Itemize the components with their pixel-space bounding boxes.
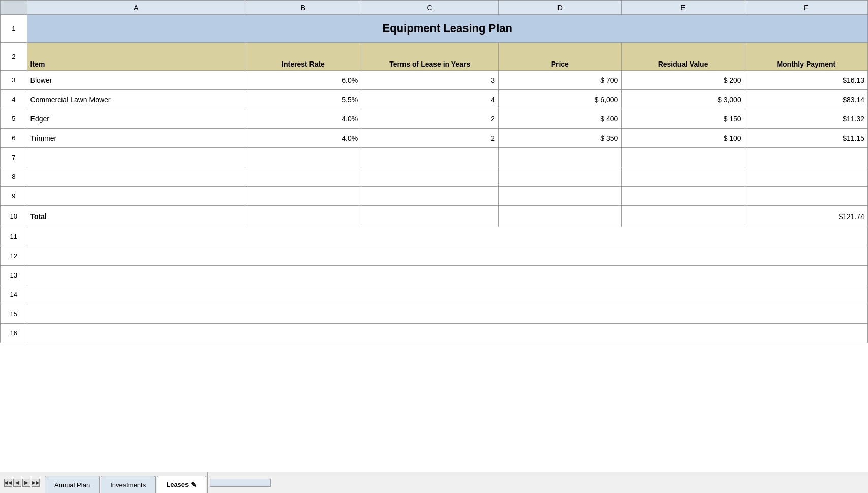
residual-trimmer[interactable]: $ 100 [622,129,745,148]
sheet-tabs: Annual Plan Investments Leases ✎ [45,472,207,493]
item-edger[interactable]: Edger [27,109,245,129]
terms-edger[interactable]: 2 [361,109,499,129]
residual-edger[interactable]: $ 150 [622,109,745,129]
cell-8a[interactable] [27,167,245,187]
row-num-8: 8 [1,167,27,187]
table-row: 3 Blower 6.0% 3 $ 700 $ 200 $16.13 [1,71,868,90]
tab-nav-first[interactable]: ◀◀ [4,479,12,487]
table-row: 14 [1,285,868,304]
row-num-15: 15 [1,304,27,324]
cell-14[interactable] [27,285,867,304]
tab-leases[interactable]: Leases ✎ [157,476,206,493]
item-trimmer[interactable]: Trimmer [27,129,245,148]
tab-leases-label: Leases [166,481,189,488]
cell-10b[interactable] [245,206,361,227]
table-row: 16 [1,324,868,343]
payment-mower[interactable]: $83.14 [745,90,867,109]
cell-9c[interactable] [361,187,499,206]
price-edger[interactable]: $ 400 [499,109,622,129]
tab-investments[interactable]: Investments [101,476,156,493]
cell-9a[interactable] [27,187,245,206]
residual-blower[interactable]: $ 200 [622,71,745,90]
cell-8d[interactable] [499,167,622,187]
cell-11[interactable] [27,227,867,246]
header-rate[interactable]: Interest Rate [245,43,361,71]
cell-8e[interactable] [622,167,745,187]
payment-blower[interactable]: $16.13 [745,71,867,90]
rate-mower[interactable]: 5.5% [245,90,361,109]
col-header-d[interactable]: D [499,1,622,15]
cell-8c[interactable] [361,167,499,187]
price-trimmer[interactable]: $ 350 [499,129,622,148]
col-header-b[interactable]: B [245,1,361,15]
row-num-6: 6 [1,129,27,148]
cell-13[interactable] [27,266,867,285]
item-mower[interactable]: Commercial Lawn Mower [27,90,245,109]
cell-12[interactable] [27,246,867,266]
terms-trimmer[interactable]: 2 [361,129,499,148]
header-item[interactable]: Item [27,43,245,71]
table-row: 12 [1,246,868,266]
cell-7e[interactable] [622,148,745,167]
cell-7b[interactable] [245,148,361,167]
table-row: 7 [1,148,868,167]
row-num-12: 12 [1,246,27,266]
rate-blower[interactable]: 6.0% [245,71,361,90]
tab-annual-plan[interactable]: Annual Plan [45,476,100,493]
total-label[interactable]: Total [27,206,245,227]
row-num-11: 11 [1,227,27,246]
cell-9b[interactable] [245,187,361,206]
table-row: 5 Edger 4.0% 2 $ 400 $ 150 $11.32 [1,109,868,129]
tab-nav-last[interactable]: ▶▶ [32,479,40,487]
header-price[interactable]: Price [499,43,622,71]
cell-7f[interactable] [745,148,867,167]
tab-investments-label: Investments [110,481,146,489]
price-blower[interactable]: $ 700 [499,71,622,90]
terms-mower[interactable]: 4 [361,90,499,109]
table-row: 6 Trimmer 4.0% 2 $ 350 $ 100 $11.15 [1,129,868,148]
cell-15[interactable] [27,304,867,324]
price-mower[interactable]: $ 6,000 [499,90,622,109]
payment-trimmer[interactable]: $11.15 [745,129,867,148]
table-row: 15 [1,304,868,324]
row-num-1: 1 [1,15,27,43]
cell-10d[interactable] [499,206,622,227]
col-header-e[interactable]: E [622,1,745,15]
cell-7a[interactable] [27,148,245,167]
tab-bar: ◀◀ ◀ ▶ ▶▶ Annual Plan Investments Leases… [0,472,868,493]
terms-blower[interactable]: 3 [361,71,499,90]
cell-9f[interactable] [745,187,867,206]
col-header-c[interactable]: C [361,1,499,15]
payment-edger[interactable]: $11.32 [745,109,867,129]
residual-mower[interactable]: $ 3,000 [622,90,745,109]
rate-edger[interactable]: 4.0% [245,109,361,129]
header-terms[interactable]: Terms of Lease in Years [361,43,499,71]
tab-leases-icon: ✎ [191,481,197,489]
table-row: 11 [1,227,868,246]
horizontal-scrollbar-area [207,472,868,493]
item-blower[interactable]: Blower [27,71,245,90]
tab-nav-next[interactable]: ▶ [22,479,30,487]
cell-10e[interactable] [622,206,745,227]
tab-annual-plan-label: Annual Plan [54,481,90,489]
cell-9e[interactable] [622,187,745,206]
header-payment[interactable]: Monthly Payment [745,43,867,71]
row-num-5: 5 [1,109,27,129]
cell-8f[interactable] [745,167,867,187]
cell-9d[interactable] [499,187,622,206]
cell-7d[interactable] [499,148,622,167]
cell-16[interactable] [27,324,867,343]
row-num-10: 10 [1,206,27,227]
cell-8b[interactable] [245,167,361,187]
table-row: 8 [1,167,868,187]
cell-7c[interactable] [361,148,499,167]
horizontal-scrollbar[interactable] [210,479,271,487]
tab-nav-prev[interactable]: ◀ [13,479,21,487]
col-header-a[interactable]: A [27,1,245,15]
header-residual[interactable]: Residual Value [622,43,745,71]
rate-trimmer[interactable]: 4.0% [245,129,361,148]
title-cell[interactable]: Equipment Leasing Plan [27,15,867,43]
total-value[interactable]: $121.74 [745,206,867,227]
cell-10c[interactable] [361,206,499,227]
col-header-f[interactable]: F [745,1,867,15]
